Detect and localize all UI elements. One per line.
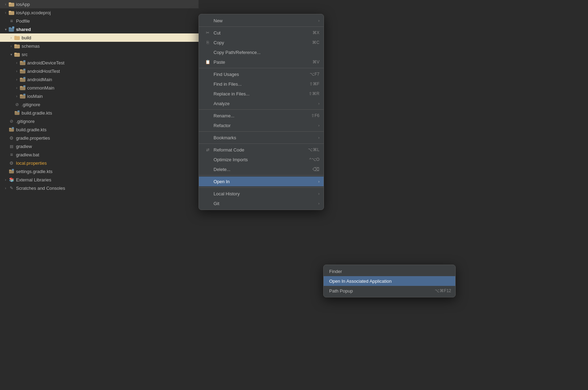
tree-item-build-gradle-shared[interactable]: build.gradle.kts [0, 109, 199, 117]
svg-rect-8 [14, 36, 17, 37]
label-finder: Finder [329, 269, 342, 274]
file-tree: iosApp iosApp.xcodeproj ≡ Podfile shared [0, 0, 199, 390]
chevron-commonMain [14, 85, 20, 91]
menu-item-open-in[interactable]: Open In › [199, 177, 324, 186]
separator-4 [199, 131, 324, 132]
svg-rect-1 [9, 2, 11, 4]
chevron-shared [3, 26, 8, 32]
arrow-local-history: › [318, 192, 319, 196]
chevron-build [8, 35, 14, 40]
menu-item-find-usages[interactable]: Find Usages ⌥F7 [199, 69, 324, 79]
menu-item-replace-files[interactable]: Replace in Files... ⇧⌘R [199, 89, 324, 99]
submenu-item-path-popup[interactable]: Path Popup ⌥⌘F12 [324, 286, 455, 296]
menu-item-copy[interactable]: ⎘ Copy ⌘C [199, 38, 324, 47]
svg-rect-12 [14, 53, 17, 54]
tree-item-gitignore-root[interactable]: ⊘ .gitignore [0, 117, 199, 125]
tree-item-iosMain[interactable]: iosMain [0, 92, 199, 100]
label-src: src [22, 52, 28, 57]
tree-item-build[interactable]: build [0, 33, 199, 42]
chevron-androidDeviceTest [14, 60, 20, 65]
folder-icon-schemas [14, 43, 20, 49]
submenu-open-in: Finder Open In Associated Application Pa… [323, 265, 456, 297]
tree-item-androidMain[interactable]: androidMain [0, 75, 199, 84]
tree-item-local-properties[interactable]: ⚙ local.properties [0, 159, 199, 167]
svg-rect-35 [9, 170, 11, 171]
label-gradle-properties: gradle.properties [16, 135, 50, 141]
label-local-properties: local.properties [16, 161, 47, 166]
tree-item-gradle-properties[interactable]: ⚙ gradle.properties [0, 134, 199, 142]
menu-item-reformat[interactable]: ⇄ Reformat Code ⌥⌘L [199, 145, 324, 155]
menu-item-copy-path[interactable]: Copy Path/Reference... [199, 47, 324, 57]
tree-item-gradlew-bat[interactable]: ≡ gradlew.bat [0, 150, 199, 159]
chevron-schemas [8, 43, 14, 49]
menu-item-refactor[interactable]: Refactor › [199, 120, 324, 130]
menu-item-cut[interactable]: ✂ Cut ⌘X [199, 28, 324, 38]
svg-rect-33 [12, 127, 14, 129]
chevron-src [8, 52, 14, 57]
svg-rect-36 [12, 169, 14, 171]
menu-item-paste[interactable]: 📋 Paste ⌘V [199, 57, 324, 67]
label-scratches: Scratches and Consoles [16, 186, 65, 191]
label-iosApp: iosApp [16, 2, 30, 7]
menu-item-bookmarks[interactable]: Bookmarks › [199, 133, 324, 142]
arrow-analyze: › [318, 102, 319, 106]
shortcut-replace-files: ⇧⌘R [309, 91, 319, 96]
menu-item-optimize[interactable]: Optimize Imports ^⌥O [199, 155, 324, 164]
menu-label-delete: Delete... [214, 167, 230, 172]
scratches-icon: ✎ [8, 185, 15, 191]
folder-icon-build [14, 34, 20, 41]
copy-icon: ⎘ [204, 39, 211, 46]
module-icon-androidMain [20, 76, 26, 83]
tree-item-schemas[interactable]: schemas [0, 42, 199, 50]
shortcut-copy: ⌘C [312, 40, 319, 45]
optimize-icon [204, 156, 211, 163]
menu-label-replace-files: Replace in Files... [214, 91, 249, 96]
tree-item-scratches[interactable]: ✎ Scratches and Consoles [0, 184, 199, 192]
tree-item-iosApp-xcodeproj[interactable]: iosApp.xcodeproj [0, 8, 199, 17]
tree-item-androidDeviceTest[interactable]: androidDeviceTest [0, 58, 199, 67]
menu-label-copy-path: Copy Path/Reference... [214, 50, 261, 55]
tree-item-podfile[interactable]: ≡ Podfile [0, 17, 199, 25]
menu-item-rename[interactable]: Rename... ⇧F6 [199, 111, 324, 120]
menu-item-new[interactable]: New › [199, 16, 324, 25]
menu-item-git[interactable]: Git › [199, 198, 324, 208]
chevron-iosMain [14, 93, 20, 99]
label-iosMain: iosMain [27, 94, 43, 99]
open-in-icon [204, 178, 211, 185]
label-gitignore-shared: .gitignore [22, 102, 40, 107]
menu-item-find-files[interactable]: Find in Files... ⇧⌘F [199, 79, 324, 89]
right-panel [324, 0, 588, 390]
tree-item-external-libraries[interactable]: 📚 External Libraries [0, 176, 199, 184]
menu-item-local-history[interactable]: Local History › [199, 189, 324, 198]
svg-rect-27 [23, 94, 25, 95]
tree-item-build-gradle-root[interactable]: build.gradle.kts [0, 125, 199, 134]
shortcut-find-usages: ⌥F7 [310, 72, 319, 77]
gradle-icon-root [8, 126, 15, 133]
svg-rect-17 [20, 69, 22, 71]
tree-item-shared[interactable]: shared [0, 25, 199, 33]
analyze-icon [204, 100, 211, 107]
shortcut-find-files: ⇧⌘F [309, 81, 319, 86]
label-external-libraries: External Libraries [16, 177, 51, 182]
submenu-item-finder[interactable]: Finder [324, 266, 455, 276]
tree-item-src[interactable]: src [0, 50, 199, 58]
submenu-item-open-associated[interactable]: Open In Associated Application [324, 276, 455, 286]
separator-6 [199, 175, 324, 176]
tree-item-iosApp[interactable]: iosApp [0, 0, 199, 8]
chevron-iosApp-xcodeproj [3, 10, 8, 15]
tree-item-settings-gradle[interactable]: settings.gradle.kts [0, 167, 199, 176]
bookmarks-icon [204, 134, 211, 141]
menu-item-delete[interactable]: Delete... ⌫ [199, 164, 324, 174]
chevron-external-libraries [3, 177, 8, 182]
arrow-new: › [318, 19, 319, 23]
module-icon-shared [8, 26, 15, 32]
reformat-icon: ⇄ [204, 147, 211, 153]
tree-item-gitignore-shared[interactable]: ⊘ .gitignore [0, 100, 199, 109]
tree-item-gradlew[interactable]: ▤ gradlew [0, 142, 199, 150]
menu-item-analyze[interactable]: Analyze › [199, 99, 324, 108]
menu-label-copy: Copy [214, 40, 224, 45]
svg-rect-26 [20, 94, 22, 96]
tree-item-commonMain[interactable]: commonMain [0, 84, 199, 92]
tree-item-androidHostTest[interactable]: androidHostTest [0, 67, 199, 75]
label-shared: shared [16, 27, 31, 32]
